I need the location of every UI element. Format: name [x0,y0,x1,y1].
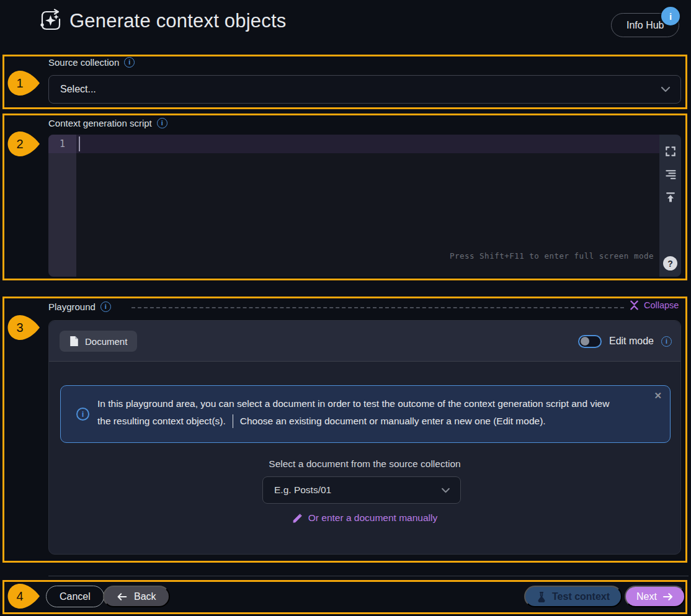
collapse-icon [629,300,640,311]
back-button[interactable]: Back [103,586,170,607]
source-collection-select-value: Select... [49,84,96,95]
collapse-label: Collapse [644,300,679,310]
banner-text: In this playground area, you can select … [97,395,609,430]
document-icon [69,336,79,347]
banner-line-2a: the resulting context object(s). [97,413,226,430]
chevron-down-icon [661,86,671,92]
playground-info-icon[interactable]: i [100,301,111,312]
playground-label: Playground [48,301,96,312]
fullscreen-hint: Press Shift+F11 to enter full screen mod… [450,251,654,261]
info-hub-notification-icon[interactable]: i [661,7,680,25]
playground-dotted-divider [132,307,624,308]
edit-mode-toggle[interactable] [578,335,602,348]
arrow-left-icon [117,592,127,601]
script-label: Context generation script [48,118,152,128]
playground-panel: Document Edit mode i i In this playgroun… [48,320,681,555]
page-title: Generate context objects [69,10,286,32]
select-document-label: Select a document from the source collec… [49,458,680,470]
next-button[interactable]: Next [625,586,685,607]
cancel-button[interactable]: Cancel [46,586,104,607]
editor-line-number: 1 [48,135,76,153]
annotation-callout-2: 2 [7,131,40,157]
svg-text:2: 2 [16,137,23,151]
svg-text:4: 4 [16,589,23,603]
arrow-right-icon [662,592,674,601]
chevron-down-icon [441,488,450,493]
test-context-label: Test context [552,591,610,602]
script-info-icon[interactable]: i [157,118,167,128]
banner-line-1: In this playground area, you can select … [97,395,609,413]
test-context-button[interactable]: Test context [524,586,622,607]
banner-close-icon[interactable]: ✕ [654,390,662,401]
generate-sparkle-icon [37,7,65,34]
edit-mode-row: Edit mode i [578,321,672,362]
banner-line-2b: Choose an existing document or manually … [240,413,546,430]
annotation-callout-1: 1 [7,70,40,96]
script-label-row: Context generation script i [48,118,167,128]
document-select[interactable]: E.g. Posts/01 [262,476,461,504]
editor-toolbar: ? [659,135,681,277]
footer-divider [48,576,689,576]
editor-active-line[interactable] [76,135,659,153]
enter-document-manually-label: Or enter a document manually [308,512,438,524]
playground-panel-header: Document Edit mode i [49,321,680,362]
playground-label-row: Playground i [48,301,111,312]
svg-text:3: 3 [16,321,23,334]
source-collection-label: Source collection [48,57,119,68]
scroll-to-top-icon[interactable] [664,191,677,203]
source-collection-select[interactable]: Select... [48,75,681,104]
code-editor[interactable]: 1 ? Press Shift+F11 to enter full screen… [48,135,681,277]
banner-info-icon: i [76,408,89,421]
edit-mode-info-icon[interactable]: i [661,336,672,347]
svg-text:1: 1 [16,76,23,90]
document-select-value: E.g. Posts/01 [263,484,331,496]
source-collection-label-row: Source collection i [48,57,135,68]
back-button-label: Back [134,591,156,602]
banner-text-divider [233,414,233,428]
edit-mode-label: Edit mode [609,336,654,347]
enter-document-manually-link[interactable]: Or enter a document manually [49,512,680,524]
annotation-callout-3: 3 [7,315,40,341]
editor-caret [79,136,80,151]
source-collection-info-icon[interactable]: i [124,57,135,68]
fullscreen-icon[interactable] [664,145,677,158]
editor-gutter [48,135,76,277]
document-tab-label: Document [85,336,127,347]
editor-help-icon[interactable]: ? [663,256,677,270]
generate-context-objects-page: Generate context objects Info Hub i 1 2 … [0,0,691,616]
flask-icon [537,591,546,602]
collapse-button[interactable]: Collapse [629,300,679,311]
toggle-knob [581,337,589,346]
playground-info-banner: i In this playground area, you can selec… [60,385,671,443]
document-tab[interactable]: Document [60,331,137,352]
next-button-label: Next [636,591,657,602]
pencil-icon [292,513,303,524]
annotation-callout-4: 4 [7,583,40,609]
format-code-icon[interactable] [664,168,677,181]
